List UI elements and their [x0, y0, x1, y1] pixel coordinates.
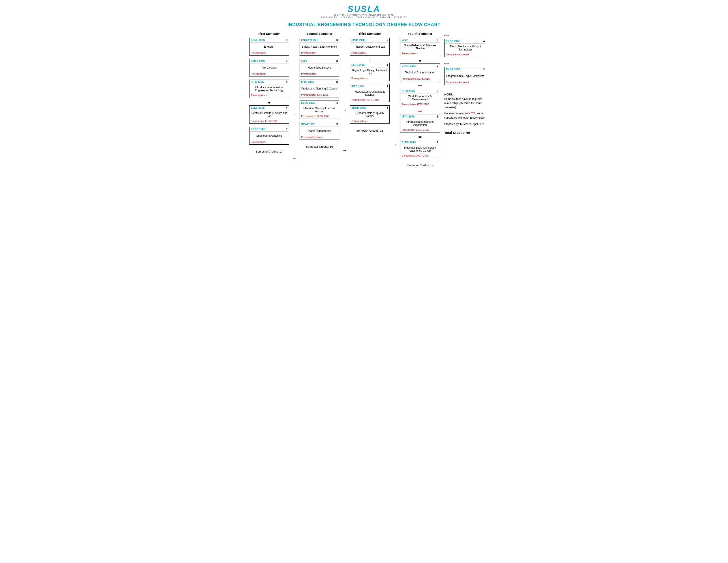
course-prereq: Prerequisite: IETC 125S — [250, 119, 289, 124]
course-prereq: Prerequisites: - — [350, 119, 389, 124]
up-arrow-icon: ↑ — [369, 59, 371, 62]
course-engr248s: ENGR 248S 3 Programmable Logic Controlle… — [444, 67, 485, 85]
course-elec140s: ELEC 140S 4 Electrical Circuits II Lectu… — [300, 101, 339, 119]
semester-1-header: First Semester — [258, 32, 280, 36]
course-name: Introduction to Industrial Engineering T… — [250, 84, 289, 93]
course-prereq: Prerequisite: ELEC 210S — [400, 128, 440, 132]
course-code: IETC 236S — [402, 90, 415, 93]
course-name: ElectroMechanical Control Technology — [445, 44, 485, 52]
course-code: IETC 250S — [402, 115, 415, 118]
note-star: **** — [471, 112, 475, 115]
note-text-2-combined: Courses denoted with **** can be substit… — [444, 111, 485, 120]
course-code: SPHY 213S — [351, 39, 366, 42]
course-name: Social/Behavioral Sciences Elective — [400, 43, 440, 51]
star-label-3: **** — [418, 84, 422, 88]
header: SUSLA SOUTHERN UNIVERSITY AT SHREVEPORT … — [247, 4, 481, 18]
course-credits: 3 — [336, 81, 338, 84]
star-label-4: **** — [418, 110, 422, 113]
course-code: xxxx — [301, 60, 307, 63]
course-credits: 3 — [286, 128, 287, 131]
course-code: ENGR 248S — [446, 68, 460, 71]
course-ietc150s: IETC 150S 3 ManufacturingMaterials & Sci… — [350, 84, 390, 102]
course-code: ENGR 230S — [402, 64, 416, 67]
course-header: IETC 250S 3 — [400, 114, 440, 119]
course-code: IETC 135S — [301, 81, 314, 84]
course-name: Work Ergonomics & Measurement — [400, 94, 440, 102]
course-code: ELEC 299S — [402, 141, 416, 144]
course-xxxx-social: xxxx 3 Social/Behavioral Sciences Electi… — [400, 38, 440, 56]
course-header: ENGR 208S 3 — [350, 106, 389, 110]
course-prereq: Prerequisites: - — [400, 51, 440, 56]
course-prereq: Corequisite: ENGR 240S — [400, 154, 440, 158]
course-code: SMAT 122S — [301, 123, 315, 126]
course-name: Physics I Lecture and Lab — [350, 43, 389, 51]
course-prereq: Prerequisites: IETC 228S — [400, 102, 440, 107]
right-arrow-icon-5: → — [342, 148, 347, 153]
course-name: Digital Logic Design Lecture & Lab — [350, 67, 389, 76]
arrow-up-elec220: ↑ — [369, 59, 371, 62]
semester-3-credits: Semester Credits: 13 — [356, 129, 383, 132]
star-label-right-2: **** — [444, 62, 485, 66]
right-arrow-icon: → — [292, 69, 296, 75]
course-header: ENGR 120S 3 — [250, 127, 289, 132]
course-ietc236s: IETC 236S 3 Work Ergonomics & Measuremen… — [400, 89, 440, 107]
course-header: ENGR 230S 3 — [400, 64, 440, 68]
course-header: ENGR 248S 3 — [445, 67, 485, 72]
course-credits: 3 — [483, 68, 485, 71]
course-credits: 3 — [387, 106, 388, 109]
course-credits: 3 — [437, 64, 438, 67]
course-header: SMAT 121S 3 — [250, 59, 289, 64]
course-header: xxxx 3 — [300, 59, 339, 64]
course-prereq: Prerequisites:- — [300, 72, 339, 76]
course-header: IETC 125S 4 — [250, 80, 289, 84]
logo-tagline: EXCELLENCE · INTEGRITY · ACCOUNTABILITY … — [247, 16, 481, 18]
course-prereq: Prerequisites: - — [350, 76, 389, 81]
course-code: SENL 101S — [251, 39, 265, 42]
course-header: IETC 150S 3 — [350, 84, 389, 89]
course-credits: 1 — [437, 141, 438, 144]
right-col: **** ENGR 240S 4 ElectroMechanical Contr… — [442, 32, 485, 135]
course-header: xxxx 3 — [400, 38, 440, 43]
course-name: Technical Communication — [400, 68, 440, 77]
course-header: ELEC 220S 4 — [350, 63, 389, 67]
course-prereq: Prerequisites: IETC 135S — [350, 98, 389, 102]
logo-subtitle: SOUTHERN UNIVERSITY AT SHREVEPORT LOUISI… — [247, 14, 481, 16]
semester-col-1: First Semester SENL 101S 3 English I Pre… — [247, 32, 291, 167]
course-engr240s: ENGR 240S 4 ElectroMechanical Control Te… — [444, 39, 485, 57]
course-name: Pre-Calculus — [250, 64, 289, 72]
course-code: IETC 125S — [251, 81, 264, 84]
course-credits: 4 — [483, 40, 485, 43]
course-credits: 3 — [336, 60, 338, 63]
logo: SUSLA — [247, 4, 481, 14]
course-header: ELEC 299S 1 — [400, 140, 440, 145]
semester-1-credits: Semester Credits: 17 — [256, 150, 283, 153]
course-name: Engineering Graphics — [250, 132, 289, 140]
course-prereq: Prerequisites: - — [250, 72, 289, 76]
note-text-1: Some courses have co-requisite relations… — [444, 97, 485, 110]
course-name: Electrical Circuits II Lecture and Lab — [300, 105, 339, 114]
course-code: ELEC 220S — [351, 64, 365, 67]
course-credits: 3 — [336, 39, 338, 42]
course-name: Plane Trigonometry — [300, 127, 339, 135]
course-credits: 3 — [286, 39, 287, 42]
course-credits: 4 — [387, 64, 388, 67]
course-code: SMAT 121S — [251, 60, 265, 63]
right-arrow-icon-2: → — [292, 112, 296, 117]
course-code: ELEC 110S — [251, 106, 265, 109]
course-engr208s: ENGR 208S 3 Fundamentals of Quality Cont… — [350, 105, 390, 124]
dept-approval: Department Approval — [445, 52, 485, 57]
course-ietc250s: IETC 250S 3 Introduction to Industrial A… — [400, 114, 440, 133]
note-text-2: Courses denoted with — [444, 112, 470, 115]
course-elec299s: ELEC 299S 1 Industrial Engr. Technology … — [400, 140, 440, 158]
course-name: Industrial Engr. Technology Capstone / C… — [400, 145, 440, 154]
course-xxxx-humanities: xxxx 3 Humanities Elective Prerequisites… — [300, 59, 339, 77]
right-arrow-icon-4: → — [342, 107, 347, 112]
course-header: SENL 101S 3 — [250, 38, 289, 43]
course-prereq: Prerequisites: IETC 125S — [300, 93, 339, 97]
course-code: ENGR 208S — [351, 106, 366, 109]
course-credits: 3 — [437, 115, 438, 118]
note-section: NOTE: Some courses have co-requisite rel… — [444, 92, 485, 126]
course-engr230s: ENGR 230S 3 Technical Communication Prer… — [400, 64, 440, 81]
course-engr201ss: ENGR 201SS 3 Safety, Health, & Environme… — [300, 38, 339, 56]
semester-col-2: Second Semester ENGR 201SS 3 Safety, Hea… — [297, 32, 341, 167]
